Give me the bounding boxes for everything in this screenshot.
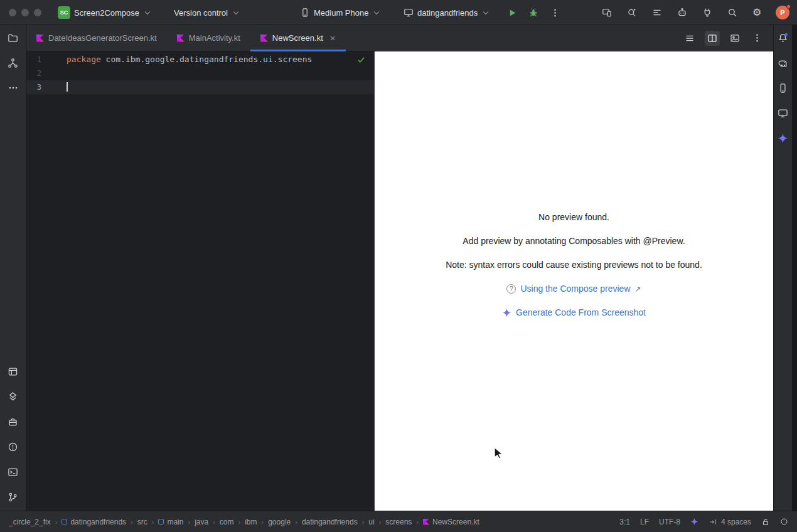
chevron-down-icon [483,10,488,15]
project-widget[interactable]: SC Screen2Compose [58,0,150,25]
ui-designer-icon[interactable] [5,363,21,380]
chevron-down-icon [374,10,379,15]
editor-tab-bar: DateIdeasGeneratorScreen.kt MainActivity… [26,25,773,51]
project-name: Screen2Compose [74,8,139,18]
breadcrumb-item[interactable]: screens [385,518,412,526]
window-zoom-button[interactable] [34,9,41,16]
split-view-icon[interactable] [705,31,720,46]
window-minimize-button[interactable] [21,9,29,16]
code-view-icon[interactable] [682,31,697,46]
inspection-status-widget[interactable] [357,56,365,64]
debug-button[interactable] [526,5,541,20]
breadcrumb-item[interactable]: src [137,518,147,526]
editor-more-icon[interactable] [750,31,764,45]
line-number[interactable]: 3 [26,80,41,94]
breadcrumb-item[interactable]: NewScreen.kt [423,518,479,526]
breadcrumb-item[interactable]: _circle_2_fix [9,518,51,526]
problems-icon[interactable] [5,439,21,455]
terminal-icon[interactable] [5,464,21,480]
caret-position-widget[interactable]: 3:1 [619,518,630,526]
breadcrumb-item[interactable]: ibm [245,518,257,526]
run-configuration-selector[interactable]: datingandfriends [404,0,488,25]
breadcrumb: _circle_2_fix › datingandfriends › src ›… [9,518,479,526]
breadcrumb-item[interactable]: google [268,518,291,526]
gemini-icon[interactable] [775,130,791,146]
module-icon [158,519,164,524]
gemini-status-icon[interactable] [690,518,698,526]
design-view-icon[interactable] [727,31,742,46]
breadcrumb-item[interactable]: datingandfriends [302,518,358,526]
settings-gear-icon[interactable] [752,8,761,18]
tab-close-icon[interactable]: × [330,33,336,43]
device-selector[interactable]: Medium Phone [300,0,379,25]
window-close-button[interactable] [9,9,16,16]
breadcrumb-item[interactable]: ui [368,518,374,526]
unlocked-icon[interactable] [761,518,770,526]
breadcrumb-separator-icon: › [208,518,220,526]
code-line[interactable]: 1 package com.ibm.google.datingandfriend… [26,53,374,66]
plug-icon[interactable] [702,8,712,18]
search-icon[interactable] [727,8,737,18]
app-inspection-icon[interactable] [5,413,21,430]
gradle-icon[interactable] [775,55,791,71]
version-control-widget[interactable]: Version control [174,0,238,25]
tab-label: MainActivity.kt [189,33,240,43]
generate-link-label: Generate Code From Screenshot [516,307,646,318]
device-icon [404,8,414,18]
gemini-sparkle-icon [502,308,511,317]
preview-empty-title: No preview found. [538,212,609,223]
breadcrumb-item[interactable]: java [195,518,208,526]
docs-link-label: Using the Compose preview [520,284,630,294]
line-number[interactable]: 2 [26,66,41,80]
titlebar: SC Screen2Compose Version control Medium… [0,0,797,25]
help-icon [506,284,516,294]
task-list-icon[interactable] [652,8,662,18]
more-actions-button[interactable] [547,5,562,20]
generate-code-from-screenshot-link[interactable]: Generate Code From Screenshot [502,307,646,318]
notifications-icon[interactable] [775,29,791,46]
kotlin-file-icon [260,35,268,42]
indent-widget[interactable]: 4 spaces [709,518,751,526]
layers-icon[interactable] [5,388,21,405]
assistant-icon[interactable] [677,8,687,18]
phone-icon [300,8,310,18]
structure-icon[interactable] [5,55,21,71]
code-line[interactable]: 2 [26,66,374,80]
device-mirroring-icon[interactable] [602,8,612,18]
breadcrumb-item[interactable]: datingandfriends [62,518,126,526]
preview-note: Note: syntax errors could cause existing… [446,260,702,270]
project-folder-icon[interactable] [5,29,21,46]
breadcrumb-item[interactable]: main [158,518,183,526]
indent-icon [709,518,717,526]
run-button[interactable] [505,5,520,20]
breadcrumb-separator-icon: › [291,518,302,526]
code-editor[interactable]: 1 package com.ibm.google.datingandfriend… [26,51,374,511]
compose-preview-panel: No preview found. Add preview by annotat… [374,51,773,511]
external-link-icon [635,285,641,293]
running-devices-icon[interactable] [775,105,791,121]
breadcrumb-separator-icon: › [147,518,159,526]
run-configuration-label: datingandfriends [417,8,478,18]
breadcrumb-item[interactable]: com [220,518,234,526]
code-line-active[interactable]: 3 [26,80,374,94]
chevron-down-icon [233,10,238,15]
line-number[interactable]: 1 [26,53,41,66]
compose-preview-docs-link[interactable]: Using the Compose preview [506,284,641,294]
inspection-check-icon [357,56,365,64]
status-circle-icon[interactable] [780,518,788,526]
right-tool-stripe [773,25,792,511]
code-keyword: package [67,55,101,64]
tab-mainactivity[interactable]: MainActivity.kt [167,25,250,51]
window-controls [9,0,41,25]
tab-dateideasgeneratorscreen[interactable]: DateIdeasGeneratorScreen.kt [26,25,167,51]
encoding-widget[interactable]: UTF-8 [659,518,680,526]
version-control-icon[interactable] [5,489,21,505]
ai-search-icon[interactable] [627,8,637,18]
chevron-down-icon [145,10,150,15]
avatar[interactable]: P [776,6,789,19]
device-selector-label: Medium Phone [314,8,368,18]
line-ending-widget[interactable]: LF [640,518,649,526]
tab-newscreen[interactable]: NewScreen.kt × [250,25,346,51]
more-tool-windows-icon[interactable] [5,80,21,96]
device-manager-icon[interactable] [775,80,791,96]
